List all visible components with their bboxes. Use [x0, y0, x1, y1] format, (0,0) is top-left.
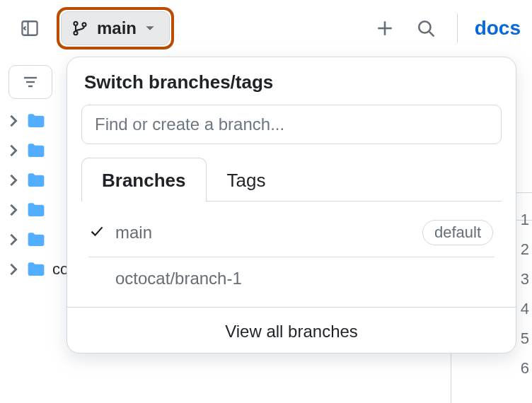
sidebar-collapse-button[interactable] [16, 14, 44, 42]
folder-icon [27, 171, 45, 189]
chevron-right-icon [7, 115, 20, 127]
svg-point-3 [74, 31, 77, 35]
popover-tabs: Branches Tags [81, 157, 502, 202]
tab-branches[interactable]: Branches [81, 158, 207, 202]
check-icon [90, 223, 105, 243]
svg-line-8 [429, 32, 434, 37]
branch-list: main default octocat/branch-1 [67, 202, 516, 300]
popover-title: Switch branches/tags [67, 71, 516, 105]
branch-search-input[interactable] [81, 105, 502, 144]
chevron-right-icon [7, 233, 20, 246]
folder-icon [27, 112, 45, 130]
git-branch-icon [71, 20, 88, 37]
view-all-branches-link[interactable]: View all branches [67, 307, 516, 341]
add-button[interactable] [371, 14, 399, 42]
search-icon [417, 19, 435, 37]
branch-selector-label: main [97, 18, 137, 38]
chevron-right-icon [7, 263, 20, 276]
branch-name: octocat/branch-1 [115, 269, 242, 288]
filter-button[interactable] [8, 65, 52, 99]
divider [457, 13, 458, 43]
chevron-right-icon [7, 144, 20, 157]
filter-icon [22, 74, 39, 90]
svg-point-4 [82, 23, 86, 26]
search-button[interactable] [412, 14, 440, 42]
svg-point-7 [419, 21, 430, 33]
plus-icon [376, 19, 394, 37]
chevron-right-icon [7, 204, 20, 216]
branch-switcher-popover: Switch branches/tags Branches Tags main … [66, 57, 516, 354]
tab-tags[interactable]: Tags [207, 158, 287, 202]
default-badge: default [422, 220, 493, 245]
docs-link[interactable]: docs [475, 17, 521, 40]
svg-point-2 [74, 22, 77, 25]
branch-name: main [115, 223, 152, 243]
toolbar: main docs [0, 0, 532, 57]
branch-item-main[interactable]: main default [88, 209, 495, 257]
folder-icon [27, 260, 45, 279]
folder-icon [27, 230, 45, 249]
branch-selector-button[interactable]: main [61, 11, 170, 45]
caret-down-icon [145, 23, 155, 33]
folder-icon [27, 141, 45, 160]
folder-icon [27, 201, 45, 219]
branch-selector-highlight: main [57, 7, 174, 49]
panel-left-icon [21, 19, 39, 37]
line-number: 6 [508, 354, 529, 383]
branch-item[interactable]: octocat/branch-1 [88, 257, 495, 300]
chevron-right-icon [7, 174, 20, 187]
